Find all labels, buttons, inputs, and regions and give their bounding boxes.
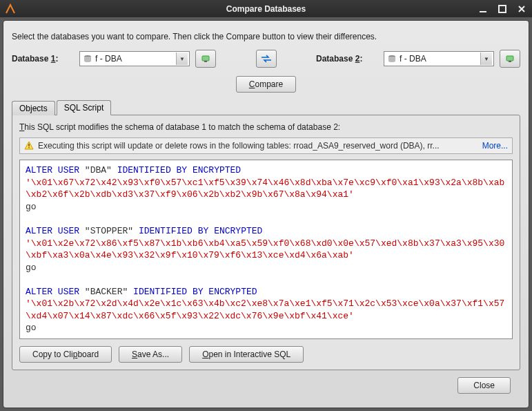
- database-1-connect-button[interactable]: [195, 50, 216, 68]
- svg-rect-4: [204, 61, 207, 62]
- minimize-button[interactable]: [475, 2, 491, 16]
- svg-rect-0: [480, 11, 486, 12]
- database-2-combo[interactable]: f - DBA ▼: [384, 51, 494, 66]
- svg-rect-7: [509, 61, 511, 62]
- tab-objects[interactable]: Objects: [12, 101, 55, 115]
- svg-rect-3: [202, 56, 209, 61]
- panel-description: This SQL script modifies the schema of d…: [19, 122, 513, 132]
- database-1-label: Database 1:: [12, 54, 74, 64]
- window-title: Compare Databases: [0, 4, 532, 14]
- titlebar: Compare Databases: [0, 0, 532, 17]
- close-button[interactable]: Close: [457, 377, 511, 394]
- open-in-isql-button[interactable]: Open in Interactive SQL: [189, 346, 304, 363]
- sql-script-panel: This SQL script modifies the schema of d…: [12, 115, 520, 370]
- save-as-button[interactable]: Save As...: [119, 346, 182, 363]
- app-icon: [4, 3, 17, 15]
- chevron-down-icon: ▼: [176, 52, 188, 65]
- warning-text: Executing this script will update or del…: [38, 141, 478, 151]
- instruction-text: Select the databases you want to compare…: [12, 32, 520, 41]
- database-1-combo[interactable]: f - DBA ▼: [79, 51, 190, 66]
- svg-rect-8: [28, 144, 29, 146]
- compare-button[interactable]: Compare: [236, 76, 296, 93]
- close-window-button[interactable]: [514, 2, 529, 16]
- warning-icon: [24, 141, 34, 151]
- tab-sql-script[interactable]: SQL Script: [57, 100, 112, 115]
- warning-bar: Executing this script will update or del…: [19, 137, 513, 154]
- database-icon: [83, 54, 92, 64]
- svg-rect-6: [506, 56, 513, 61]
- svg-rect-1: [499, 6, 506, 12]
- warning-more-link[interactable]: More...: [482, 141, 508, 151]
- svg-rect-9: [28, 147, 29, 148]
- sql-script-textarea[interactable]: ALTER USER "DBA" IDENTIFIED BY ENCRYPTED…: [19, 160, 513, 339]
- database-icon: [387, 54, 397, 64]
- swap-databases-button[interactable]: [256, 50, 277, 68]
- copy-to-clipboard-button[interactable]: Copy to Clipboard: [19, 346, 112, 363]
- maximize-button[interactable]: [495, 2, 510, 16]
- chevron-down-icon: ▼: [480, 52, 492, 65]
- database-2-label: Database 2:: [316, 54, 378, 64]
- database-2-connect-button[interactable]: [500, 50, 520, 68]
